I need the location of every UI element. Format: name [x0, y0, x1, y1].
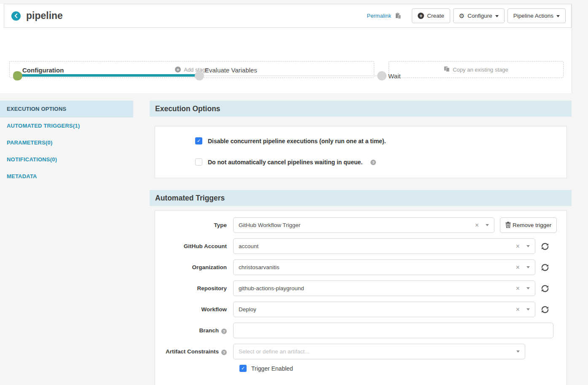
- clear-x-icon[interactable]: ×: [516, 264, 520, 271]
- configure-button[interactable]: ⚙ Configure: [453, 8, 505, 23]
- plus-circle-icon: +: [418, 13, 424, 19]
- caret-down-icon: [556, 15, 560, 17]
- refresh-icon[interactable]: [541, 285, 549, 292]
- caret-down-icon: [526, 245, 530, 247]
- stage-label-wait[interactable]: Wait: [388, 72, 400, 81]
- configure-button-label: Configure: [467, 13, 492, 19]
- trigger-type-select[interactable]: GitHub Workflow Trigger ×: [233, 217, 494, 233]
- caret-down-icon: [526, 266, 530, 268]
- clipboard-icon[interactable]: [395, 12, 401, 21]
- permalink-link[interactable]: Permalink: [367, 13, 391, 19]
- sidebar-item-label: METADATA: [7, 173, 37, 179]
- sidebar-item-metadata[interactable]: METADATA: [0, 168, 133, 185]
- github-account-row: GitHub Account account ×: [155, 238, 567, 254]
- organization-label: Organization: [155, 264, 233, 270]
- no-cancel-queue-row: Do not automatically cancel pipelines wa…: [195, 158, 567, 166]
- repository-row: Repository github-actions-playground ×: [155, 281, 567, 296]
- stage-graph: Configuration Evaluate Variables Wait: [0, 28, 572, 61]
- workflow-select[interactable]: Deploy ×: [233, 302, 535, 317]
- repository-label: Repository: [155, 285, 233, 291]
- pipeline-actions-button[interactable]: Pipeline Actions: [507, 8, 566, 23]
- disable-concurrent-checkbox[interactable]: ✓: [195, 137, 202, 144]
- github-account-select[interactable]: account ×: [233, 238, 535, 254]
- caret-down-icon: [526, 308, 530, 310]
- branch-input[interactable]: [233, 323, 553, 338]
- refresh-icon[interactable]: [541, 264, 549, 271]
- stage-node-wait[interactable]: [377, 71, 387, 80]
- workflow-row: Workflow Deploy ×: [155, 302, 567, 317]
- refresh-icon[interactable]: [541, 243, 549, 250]
- trash-icon: [505, 222, 511, 229]
- check-icon: ✓: [197, 138, 201, 144]
- copy-stage-label: Copy an existing stage: [453, 67, 508, 73]
- organization-value: christosarvanitis: [239, 264, 516, 270]
- refresh-icon[interactable]: [541, 306, 549, 313]
- gear-icon: ⚙: [459, 13, 464, 19]
- add-stage-plus-icon: +: [175, 67, 181, 72]
- execution-options-header: Execution Options: [150, 101, 572, 117]
- workflow-value: Deploy: [239, 306, 516, 313]
- organization-select[interactable]: christosarvanitis ×: [233, 259, 535, 275]
- clear-x-icon[interactable]: ×: [516, 243, 520, 250]
- repository-select[interactable]: github-actions-playground ×: [233, 281, 535, 296]
- disable-concurrent-row: ✓ Disable concurrent pipeline executions…: [195, 137, 567, 144]
- pipeline-actions-label: Pipeline Actions: [513, 13, 553, 19]
- artifact-constraints-row: Artifact Constraints? Select or define a…: [155, 344, 567, 359]
- automated-triggers-card: Type GitHub Workflow Trigger ×: [155, 210, 567, 385]
- automated-triggers-header: Automated Triggers: [150, 190, 572, 206]
- graph-edge-done: [17, 74, 199, 77]
- artifact-constraints-placeholder: Select or define an artifact...: [239, 348, 516, 355]
- caret-down-icon: [495, 15, 499, 17]
- stage-node-evaluate-variables[interactable]: [195, 71, 204, 80]
- copy-existing-stage-button[interactable]: Copy an existing stage: [389, 61, 564, 78]
- help-icon[interactable]: ?: [221, 350, 227, 355]
- help-icon[interactable]: ?: [221, 329, 227, 334]
- remove-trigger-button[interactable]: Remove trigger: [500, 217, 557, 233]
- artifact-constraints-select[interactable]: Select or define an artifact...: [233, 344, 525, 359]
- clear-x-icon[interactable]: ×: [516, 306, 520, 313]
- config-main: Execution Options ✓ Disable concurrent p…: [150, 101, 572, 385]
- disable-concurrent-label: Disable concurrent pipeline executions (…: [208, 138, 386, 144]
- sidebar-item-notifications[interactable]: NOTIFICATIONS(0): [0, 151, 133, 168]
- pipeline-header: pipeline Permalink + Create ⚙ Configure: [4, 4, 572, 28]
- remove-trigger-label: Remove trigger: [513, 222, 551, 228]
- check-icon: ✓: [241, 366, 245, 371]
- github-account-label: GitHub Account: [155, 243, 233, 249]
- branch-label: Branch: [199, 327, 219, 334]
- sidebar-item-label: AUTOMATED TRIGGERS(1): [7, 123, 80, 129]
- create-button[interactable]: + Create: [412, 8, 450, 23]
- back-arrow-icon[interactable]: [11, 11, 21, 21]
- artifact-constraints-label-wrap: Artifact Constraints?: [155, 348, 233, 355]
- trigger-enabled-label: Trigger Enabled: [251, 365, 293, 372]
- branch-label-wrap: Branch?: [155, 327, 233, 334]
- github-account-value: account: [239, 243, 516, 249]
- sidebar-item-execution-options[interactable]: EXECUTION OPTIONS: [0, 101, 133, 118]
- repository-value: github-actions-playground: [239, 285, 516, 291]
- graph-edge-pending: [199, 75, 382, 76]
- trigger-type-value: GitHub Workflow Trigger: [239, 222, 475, 228]
- page-title: pipeline: [26, 10, 63, 21]
- sidebar-item-parameters[interactable]: PARAMETERS(0): [0, 134, 133, 151]
- no-cancel-queue-checkbox[interactable]: [195, 158, 202, 166]
- no-cancel-queue-label: Do not automatically cancel pipelines wa…: [208, 159, 362, 166]
- clear-x-icon[interactable]: ×: [516, 285, 520, 292]
- artifact-constraints-label: Artifact Constraints: [166, 348, 219, 355]
- config-sidebar: EXECUTION OPTIONS AUTOMATED TRIGGERS(1) …: [0, 101, 133, 385]
- config-body: EXECUTION OPTIONS AUTOMATED TRIGGERS(1) …: [0, 101, 588, 385]
- trigger-type-label: Type: [155, 222, 233, 228]
- clear-x-icon[interactable]: ×: [475, 222, 479, 229]
- stage-label-configuration[interactable]: Configuration: [22, 67, 64, 74]
- branch-row: Branch?: [155, 323, 567, 338]
- stage-node-configuration[interactable]: [13, 71, 22, 80]
- help-icon[interactable]: ?: [371, 160, 376, 165]
- sidebar-item-automated-triggers[interactable]: AUTOMATED TRIGGERS(1): [0, 118, 133, 134]
- sidebar-item-label: PARAMETERS(0): [7, 139, 53, 146]
- workflow-label: Workflow: [155, 306, 233, 313]
- trigger-type-row: Type GitHub Workflow Trigger ×: [155, 217, 567, 233]
- stage-label-evaluate-variables[interactable]: Evaluate Variables: [205, 67, 257, 74]
- copy-stage-icon: [444, 66, 450, 73]
- create-button-label: Create: [427, 13, 444, 19]
- caret-down-icon: [526, 287, 530, 289]
- trigger-enabled-row: ✓ Trigger Enabled: [239, 365, 567, 372]
- trigger-enabled-checkbox[interactable]: ✓: [239, 365, 247, 372]
